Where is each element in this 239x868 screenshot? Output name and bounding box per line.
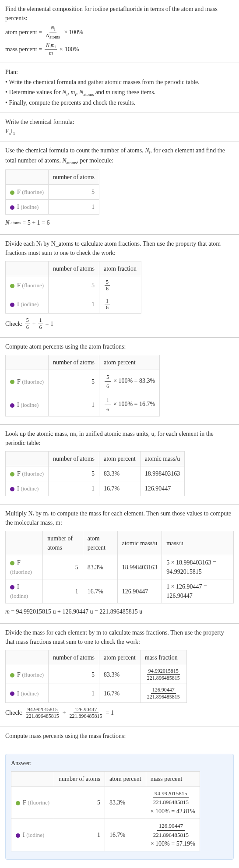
fraction: 126.90447221.896485815 [151, 822, 190, 839]
atom-fraction-table: number of atomsatom fraction F (fluorine… [5, 261, 141, 314]
atom-count: 1 [43, 579, 83, 603]
count-text: Use the chemical formula to count the nu… [5, 146, 234, 166]
check-label: Check: [5, 708, 23, 717]
col-header: mass percent [146, 771, 200, 786]
element-symbol: F [17, 559, 21, 566]
plan-item: • Finally, compute the percents and chec… [5, 98, 234, 107]
col-header: atom percent [83, 531, 117, 555]
formula-heading: Write the chemical formula: [5, 117, 234, 127]
element-symbol: I [17, 301, 21, 307]
atomic-mass-section: Look up the atomic mass, mᵢ, in unified … [0, 425, 239, 504]
element-dot-icon [10, 205, 14, 210]
mass-percent-section: Compute mass percents using the mass fra… [0, 727, 239, 745]
element-name: (iodine) [21, 402, 39, 408]
answer-section: Answer: number of atomsatom percentmass … [0, 745, 239, 868]
plan-heading: Plan: [5, 67, 234, 77]
element-name: (fluorine) [22, 378, 44, 385]
atomic-mass: 126.90447 [140, 481, 185, 496]
section-text: Compute atom percents using the atom fra… [5, 342, 234, 351]
atom-percent: 16.7% [99, 684, 140, 703]
atom-percent-section: Compute atom percents using the atom fra… [0, 338, 239, 424]
plan-item: • Write the chemical formula and gather … [5, 78, 234, 87]
atom-count-table: number of atoms F (fluorine) 5 I (iodine… [5, 169, 99, 215]
element-dot-icon [16, 801, 20, 805]
table-row: I (iodine) 1 16 × 100% = 16.7% [6, 393, 160, 416]
percent-value: × 100% = 83.3% [112, 378, 155, 384]
section-text: Divide each Nᵢ by N_atoms to calculate a… [5, 239, 234, 258]
table-row: F (fluorine) 5 83.3% 18.998403163 5 × 18… [6, 555, 234, 579]
element-dot-icon [10, 472, 14, 476]
fraction: 56 [25, 317, 30, 330]
equals-one: = 1 [106, 708, 114, 717]
atom-percent: 83.3% [83, 555, 117, 579]
formula-section: Write the chemical formula: F5I1 [0, 113, 239, 141]
mass-fraction-table: number of atomsatom percentmass fraction… [5, 650, 187, 703]
element-name: (iodine) [21, 301, 39, 307]
atom-percent-label: atom percent = [5, 28, 42, 37]
check-equation: Check: 56 + 16 = 1 [5, 317, 234, 330]
element-symbol: I [23, 832, 26, 838]
atom-count: 5 [43, 555, 83, 579]
molecular-mass-equation: m = 94.992015815 u + 126.90447 u = 221.8… [5, 607, 234, 616]
atom-count: 5 [49, 466, 99, 481]
plan-item-text: using these items. [110, 89, 155, 95]
element-dot-icon [10, 692, 14, 696]
plan-section: Plan: • Write the chemical formula and g… [0, 63, 239, 113]
atom-count: 5 [54, 786, 105, 819]
fraction: Ni Natoms [45, 25, 61, 40]
element-dot-icon [10, 191, 14, 195]
atom-count: 5 [49, 665, 99, 684]
atom-count: 1 [49, 393, 99, 416]
intro-text: Find the elemental composition for iodin… [5, 4, 234, 23]
element-symbol: F [17, 671, 22, 678]
col-header: number of atoms [49, 355, 99, 370]
fraction: 16 [105, 298, 110, 311]
col-header: atomic mass/u [117, 531, 162, 555]
atom-count: 1 [49, 481, 99, 496]
element-dot-icon [10, 585, 14, 589]
mass-percent-value: × 100% = 57.19% [151, 840, 195, 847]
table-row: I (iodine) 1 16.7% 126.90447 1 × 126.904… [6, 579, 234, 603]
fraction: 56 [105, 279, 110, 292]
element-mass: 5 × 18.998403163 = 94.992015815 [162, 555, 234, 579]
element-symbol: F [17, 282, 22, 289]
element-name: (iodine) [26, 832, 44, 838]
atomic-mass: 18.998403163 [117, 555, 162, 579]
plus: + [63, 708, 66, 717]
element-name: (fluorine) [22, 671, 44, 678]
chemical-formula: F5I1 [5, 127, 234, 137]
atom-percent: 16.7% [99, 481, 140, 496]
element-symbol: F [23, 799, 28, 806]
table-row: F (fluorine) 5 56 × 100% = 83.3% [6, 370, 160, 393]
element-symbol: I [17, 690, 21, 697]
col-header: atomic mass/u [140, 452, 185, 466]
col-header: mass/u [162, 531, 234, 555]
plan-item-text: • Determine values for [5, 89, 62, 95]
col-header: number of atoms [54, 771, 105, 786]
fraction: 94.992015815221.896485815 [151, 789, 190, 807]
atom-percent: 16.7% [105, 819, 146, 851]
table-row: F (fluorine) 5 83.3% 94.992015815221.896… [6, 665, 187, 684]
col-header: atom percent [99, 650, 140, 665]
atom-fraction-section: Divide each Nᵢ by N_atoms to calculate a… [0, 235, 239, 337]
fraction: Nimi m [45, 42, 57, 56]
section-text: Look up the atomic mass, mᵢ, in unified … [5, 429, 234, 448]
fraction: 16 [105, 396, 111, 413]
element-symbol: F [17, 378, 22, 385]
atom-count: 5 [49, 276, 99, 295]
fraction: 126.90447221.896485815 [146, 687, 181, 700]
col-header: atom percent [105, 771, 146, 786]
molecular-mass-table: number of atomsatom percentatomic mass/u… [5, 531, 234, 603]
atom-count: 5 [49, 370, 99, 393]
answer-heading: Answer: [11, 759, 228, 768]
element-name: (iodine) [10, 593, 28, 599]
mass-fraction-section: Divide the mass for each element by m to… [0, 624, 239, 726]
mass-percent-value: × 100% = 42.81% [151, 808, 195, 815]
element-dot-icon [10, 284, 14, 288]
atomic-mass: 18.998403163 [140, 466, 185, 481]
element-symbol: F [17, 189, 22, 195]
table-row: I (iodine) 1 [6, 199, 99, 214]
text: Use the chemical formula to count the nu… [5, 147, 145, 154]
col-header: atom percent [99, 355, 159, 370]
equals-one: = 1 [46, 319, 53, 328]
